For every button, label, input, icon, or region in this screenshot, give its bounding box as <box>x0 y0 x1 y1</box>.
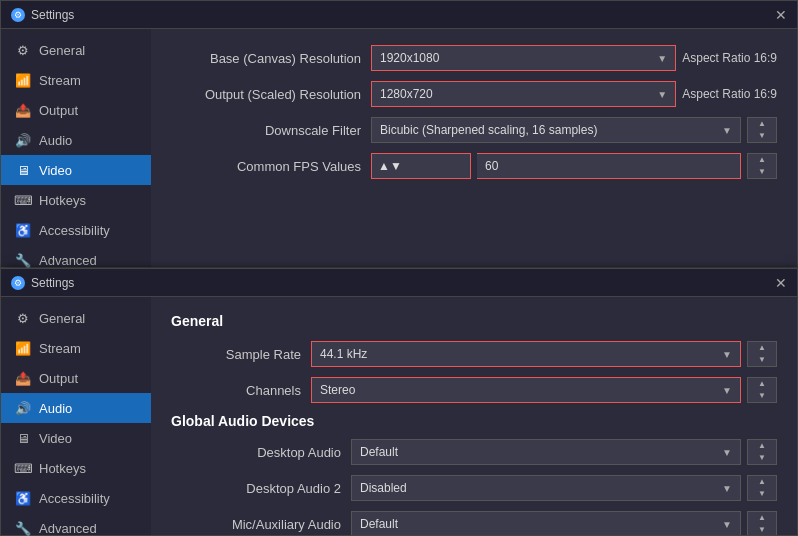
desktop-audio-spinner[interactable]: ▲ ▼ <box>747 439 777 465</box>
sidebar-item-accessibility-bottom[interactable]: ♿ Accessibility <box>1 483 151 513</box>
sidebar-item-audio-top[interactable]: 🔊 Audio <box>1 125 151 155</box>
downscale-spinner-up[interactable]: ▲ <box>748 118 776 130</box>
sidebar-label-output-bottom: Output <box>39 371 78 386</box>
advanced-icon-bottom: 🔧 <box>15 520 31 536</box>
output-resolution-select[interactable]: 1280x720 ▼ <box>371 81 676 107</box>
app-icon: ⚙ <box>11 8 25 22</box>
sample-rate-arrow: ▼ <box>722 349 732 360</box>
sidebar-item-advanced-bottom[interactable]: 🔧 Advanced <box>1 513 151 536</box>
sample-rate-label: Sample Rate <box>171 347 311 362</box>
base-resolution-label: Base (Canvas) Resolution <box>171 51 371 66</box>
desktop-audio-select[interactable]: Default ▼ <box>351 439 741 465</box>
desktop-audio-spinner-down[interactable]: ▼ <box>748 452 776 464</box>
sidebar-label-accessibility-bottom: Accessibility <box>39 491 110 506</box>
sidebar-item-stream-top[interactable]: 📶 Stream <box>1 65 151 95</box>
fps-spinner-up[interactable]: ▲ <box>748 154 776 166</box>
mic-aux-spinner[interactable]: ▲ ▼ <box>747 511 777 535</box>
window-title-top: Settings <box>31 8 74 22</box>
app-icon-bottom: ⚙ <box>11 276 25 290</box>
output-resolution-value: 1280x720 <box>380 87 433 101</box>
sample-rate-row: Sample Rate 44.1 kHz ▼ ▲ ▼ <box>171 341 777 367</box>
base-resolution-arrow: ▼ <box>657 53 667 64</box>
fps-value: 60 <box>485 159 498 173</box>
sidebar-item-output-bottom[interactable]: 📤 Output <box>1 363 151 393</box>
sidebar-item-output-top[interactable]: 📤 Output <box>1 95 151 125</box>
sidebar-item-accessibility-top[interactable]: ♿ Accessibility <box>1 215 151 245</box>
output-icon-bottom: 📤 <box>15 370 31 386</box>
sample-rate-select[interactable]: 44.1 kHz ▼ <box>311 341 741 367</box>
mic-aux-spinner-down[interactable]: ▼ <box>748 524 776 535</box>
sidebar-bottom: ⚙ General 📶 Stream 📤 Output 🔊 Audio 🖥 Vi <box>1 297 151 535</box>
desktop-audio-value: Default <box>360 445 398 459</box>
fps-common-select[interactable]: ▲▼ <box>371 153 471 179</box>
channels-value: Stereo <box>320 383 355 397</box>
downscale-spinner[interactable]: ▲ ▼ <box>747 117 777 143</box>
sample-rate-value: 44.1 kHz <box>320 347 367 361</box>
sidebar-item-video-top[interactable]: 🖥 Video <box>1 155 151 185</box>
channels-label: Channels <box>171 383 311 398</box>
accessibility-icon-bottom: ♿ <box>15 490 31 506</box>
sidebar-label-advanced-top: Advanced <box>39 253 97 268</box>
window-body-top: ⚙ General 📶 Stream 📤 Output 🔊 Audio 🖥 Vi <box>1 29 797 267</box>
sidebar-label-hotkeys-top: Hotkeys <box>39 193 86 208</box>
desktop-audio2-row: Desktop Audio 2 Disabled ▼ ▲ ▼ <box>171 475 777 501</box>
fps-wrap: ▲▼ 60 ▲ ▼ <box>371 153 777 179</box>
advanced-icon-top: 🔧 <box>15 252 31 268</box>
mic-aux-select[interactable]: Default ▼ <box>351 511 741 535</box>
video-icon-bottom: 🖥 <box>15 430 31 446</box>
channels-spinner-up[interactable]: ▲ <box>748 378 776 390</box>
mic-aux-spinner-up[interactable]: ▲ <box>748 512 776 524</box>
fps-spinner-down[interactable]: ▼ <box>748 166 776 178</box>
channels-select[interactable]: Stereo ▼ <box>311 377 741 403</box>
desktop-audio2-spinner-up[interactable]: ▲ <box>748 476 776 488</box>
sidebar-label-output-top: Output <box>39 103 78 118</box>
sidebar-item-hotkeys-bottom[interactable]: ⌨ Hotkeys <box>1 453 151 483</box>
sample-rate-spinner[interactable]: ▲ ▼ <box>747 341 777 367</box>
fps-spinner[interactable]: ▲ ▼ <box>747 153 777 179</box>
sidebar-item-video-bottom[interactable]: 🖥 Video <box>1 423 151 453</box>
sample-rate-spinner-up[interactable]: ▲ <box>748 342 776 354</box>
desktop-audio2-label: Desktop Audio 2 <box>171 481 351 496</box>
desktop-audio-row: Desktop Audio Default ▼ ▲ ▼ <box>171 439 777 465</box>
sidebar-item-general-top[interactable]: ⚙ General <box>1 35 151 65</box>
output-aspect-label: Aspect Ratio 16:9 <box>682 87 777 101</box>
channels-wrap: Stereo ▼ ▲ ▼ <box>311 377 777 403</box>
sidebar-item-general-bottom[interactable]: ⚙ General <box>1 303 151 333</box>
mic-aux-wrap: Default ▼ ▲ ▼ <box>351 511 777 535</box>
hotkeys-icon-bottom: ⌨ <box>15 460 31 476</box>
desktop-audio2-spinner-down[interactable]: ▼ <box>748 488 776 500</box>
output-resolution-wrap: 1280x720 ▼ Aspect Ratio 16:9 <box>371 81 777 107</box>
close-button-top[interactable]: ✕ <box>775 8 787 22</box>
fps-row: Common FPS Values ▲▼ 60 ▲ ▼ <box>171 153 777 179</box>
channels-spinner[interactable]: ▲ ▼ <box>747 377 777 403</box>
output-icon-top: 📤 <box>15 102 31 118</box>
base-aspect-label: Aspect Ratio 16:9 <box>682 51 777 65</box>
channels-arrow: ▼ <box>722 385 732 396</box>
desktop-audio-spinner-up[interactable]: ▲ <box>748 440 776 452</box>
mic-aux-row: Mic/Auxiliary Audio Default ▼ ▲ ▼ <box>171 511 777 535</box>
window-title-bottom: Settings <box>31 276 74 290</box>
desktop-audio2-arrow: ▼ <box>722 483 732 494</box>
downscale-spinner-down[interactable]: ▼ <box>748 130 776 142</box>
sidebar-label-general-bottom: General <box>39 311 85 326</box>
title-bar-bottom: ⚙ Settings ✕ <box>1 269 797 297</box>
output-resolution-arrow: ▼ <box>657 89 667 100</box>
base-resolution-row: Base (Canvas) Resolution 1920x1080 ▼ Asp… <box>171 45 777 71</box>
sample-rate-spinner-down[interactable]: ▼ <box>748 354 776 366</box>
sidebar-item-hotkeys-top[interactable]: ⌨ Hotkeys <box>1 185 151 215</box>
audio-icon-top: 🔊 <box>15 132 31 148</box>
base-resolution-select[interactable]: 1920x1080 ▼ <box>371 45 676 71</box>
channels-spinner-down[interactable]: ▼ <box>748 390 776 402</box>
stream-icon-bottom: 📶 <box>15 340 31 356</box>
desktop-audio2-select[interactable]: Disabled ▼ <box>351 475 741 501</box>
desktop-audio2-spinner[interactable]: ▲ ▼ <box>747 475 777 501</box>
sample-rate-wrap: 44.1 kHz ▼ ▲ ▼ <box>311 341 777 367</box>
mic-aux-label: Mic/Auxiliary Audio <box>171 517 351 532</box>
downscale-select[interactable]: Bicubic (Sharpened scaling, 16 samples) … <box>371 117 741 143</box>
sidebar-label-audio-bottom: Audio <box>39 401 72 416</box>
video-icon-top: 🖥 <box>15 162 31 178</box>
close-button-bottom[interactable]: ✕ <box>775 276 787 290</box>
sidebar-item-stream-bottom[interactable]: 📶 Stream <box>1 333 151 363</box>
sidebar-label-video-bottom: Video <box>39 431 72 446</box>
sidebar-item-audio-bottom[interactable]: 🔊 Audio <box>1 393 151 423</box>
